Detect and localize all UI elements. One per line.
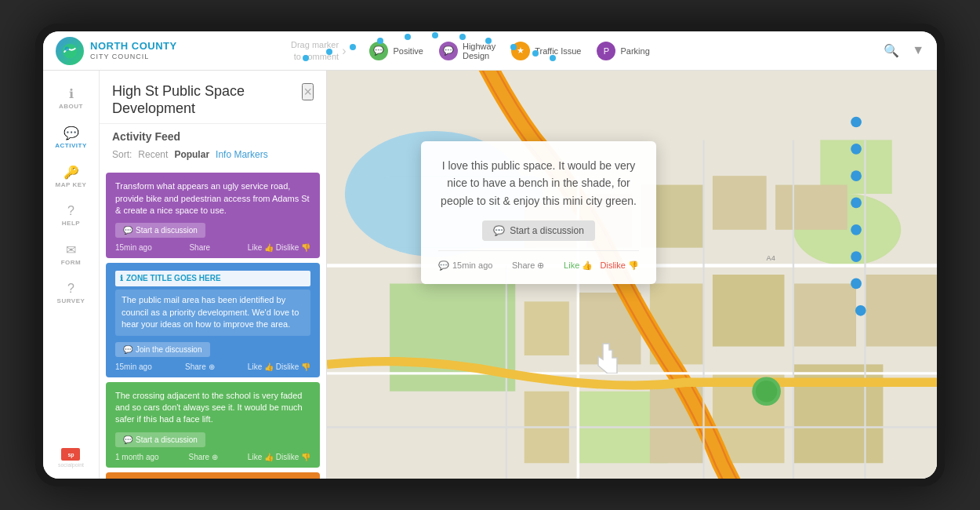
sidebar-item-activity[interactable]: 💬 ACTIVITY	[43, 118, 99, 157]
feed-card-3: The crossing adjacent to the school is v…	[106, 382, 320, 468]
card2-action-icon: 💬	[123, 345, 132, 354]
logo-subtitle: CITY COUNCIL	[90, 53, 177, 60]
activity-feed-label: Activity Feed	[100, 124, 326, 146]
sort-info[interactable]: Info Markers	[216, 149, 268, 160]
popup-reactions: Like 👍 Dislike 👎	[564, 259, 639, 273]
svg-point-9	[532, 50, 539, 56]
panel-title: High St Public Space Development	[112, 83, 302, 117]
card3-footer: 1 month ago Share ⊕ Like 👍 Dislike 👎	[115, 452, 310, 463]
popup-chat-icon: 💬	[493, 225, 505, 236]
popup-like[interactable]: Like 👍	[564, 260, 593, 270]
socialpoint-label: socialpoint	[58, 462, 84, 468]
sidebar-label-mapkey: MAP KEY	[56, 181, 87, 188]
popup-action-label: Start a discussion	[510, 225, 584, 236]
sort-bar: Sort: Recent Popular Info Markers	[100, 146, 326, 166]
svg-point-8	[510, 44, 517, 50]
svg-point-2	[350, 44, 356, 50]
parking-label: Parking	[620, 46, 649, 56]
sidebar: ℹ ABOUT 💬 ACTIVITY 🔑 MAP KEY ? HELP ✉	[43, 71, 100, 479]
sidebar-label-form: FORM	[61, 259, 82, 266]
logo-icon	[56, 37, 84, 65]
svg-point-1	[326, 49, 332, 55]
sidebar-item-mapkey[interactable]: 🔑 MAP KEY	[43, 157, 99, 196]
card1-share[interactable]: Share	[189, 242, 210, 253]
card3-action-button[interactable]: 💬 Start a discussion	[115, 432, 205, 447]
svg-point-10	[550, 55, 556, 61]
panel-header: High St Public Space Development ×	[100, 71, 326, 124]
sort-label: Sort:	[112, 149, 132, 160]
sidebar-item-survey[interactable]: ? SURVEY	[43, 274, 99, 312]
mapkey-icon: 🔑	[64, 165, 79, 180]
popup-dislike[interactable]: Dislike 👎	[601, 260, 639, 270]
sidebar-item-about[interactable]: ℹ ABOUT	[43, 78, 99, 118]
svg-point-4	[405, 34, 411, 40]
close-button[interactable]: ×	[302, 83, 314, 100]
svg-point-46	[851, 144, 862, 155]
card3-share[interactable]: Share ⊕	[189, 452, 218, 463]
sidebar-label-survey: SURVEY	[57, 297, 85, 304]
popup-action-button[interactable]: 💬 Start a discussion	[482, 220, 595, 241]
feed-card-1: Transform what appears an ugly service r…	[106, 173, 320, 258]
feed-card-4: This library is great, but needs meeting…	[106, 472, 320, 479]
card2-zone-title: ZONE TITLE GOES HERE	[126, 273, 221, 284]
card2-share[interactable]: Share ⊕	[185, 362, 214, 373]
activity-panel: High St Public Space Development × Activ…	[100, 71, 327, 479]
card2-action-button[interactable]: 💬 Join the discussion	[115, 342, 210, 357]
map-popup: I love this public space. It would be ve…	[421, 141, 656, 284]
svg-point-7	[485, 38, 492, 44]
about-icon: ℹ	[69, 86, 74, 101]
survey-icon: ?	[67, 282, 74, 296]
svg-rect-25	[524, 301, 569, 355]
svg-text:A4: A4	[767, 254, 775, 262]
sort-recent[interactable]: Recent	[138, 149, 168, 160]
popup-text: I love this public space. It would be ve…	[438, 157, 639, 209]
logo-title: NORTH COUNTY	[90, 41, 177, 52]
svg-rect-30	[865, 275, 937, 347]
card3-likes: Like 👍 Dislike 👎	[248, 452, 310, 463]
sidebar-item-help[interactable]: ? HELP	[43, 196, 99, 235]
svg-point-0	[303, 55, 309, 61]
device-frame: NORTH COUNTY CITY COUNCIL Drag marker to…	[35, 24, 945, 486]
marker-parking: P Parking	[597, 42, 649, 60]
info-icon: ℹ	[120, 273, 123, 284]
svg-point-50	[851, 251, 862, 262]
svg-rect-29	[793, 283, 856, 346]
svg-point-51	[851, 279, 862, 290]
search-icon[interactable]: 🔍	[884, 43, 899, 58]
svg-point-3	[377, 38, 383, 44]
help-icon: ?	[67, 204, 74, 218]
popup-share[interactable]: Share ⊕	[512, 259, 544, 273]
sidebar-label-help: HELP	[62, 220, 80, 227]
logo-area: NORTH COUNTY CITY COUNCIL	[56, 37, 197, 65]
svg-point-49	[851, 224, 862, 235]
header-actions: 🔍 ▼	[884, 43, 924, 58]
svg-point-54	[756, 381, 777, 402]
sort-popular[interactable]: Popular	[174, 149, 209, 160]
feed-card-2: ℹ ZONE TITLE GOES HERE The public mail a…	[106, 263, 320, 377]
logo-text: NORTH COUNTY CITY COUNCIL	[90, 41, 177, 60]
filter-icon[interactable]: ▼	[912, 43, 924, 58]
card1-action-icon: 💬	[123, 226, 132, 235]
popup-time-icon: 💬	[438, 259, 449, 273]
svg-rect-23	[713, 176, 767, 230]
svg-point-45	[851, 117, 862, 128]
popup-time: 💬 15min ago	[438, 259, 492, 273]
card3-action-label: Start a discussion	[136, 435, 198, 444]
svg-point-47	[851, 170, 862, 181]
card3-action-icon: 💬	[123, 435, 132, 444]
svg-rect-28	[713, 275, 785, 347]
card3-text: The crossing adjacent to the school is v…	[115, 390, 310, 426]
card1-time: 15min ago	[115, 242, 152, 253]
map-area[interactable]: A4 A4	[327, 71, 937, 479]
svg-point-5	[432, 32, 438, 38]
sidebar-item-form[interactable]: ✉ FORM	[43, 235, 99, 274]
activity-icon: 💬	[64, 126, 79, 140]
svg-point-6	[459, 34, 466, 40]
card2-action-label: Join the discussion	[136, 345, 202, 354]
sidebar-label-about: ABOUT	[59, 103, 83, 110]
device-screen: NORTH COUNTY CITY COUNCIL Drag marker to…	[43, 31, 937, 479]
feed-list: Transform what appears an ugly service r…	[100, 166, 326, 479]
card1-action-button[interactable]: 💬 Start a discussion	[115, 223, 205, 238]
card2-likes: Like 👍 Dislike 👎	[248, 362, 310, 373]
sidebar-label-activity: ACTIVITY	[55, 142, 86, 149]
